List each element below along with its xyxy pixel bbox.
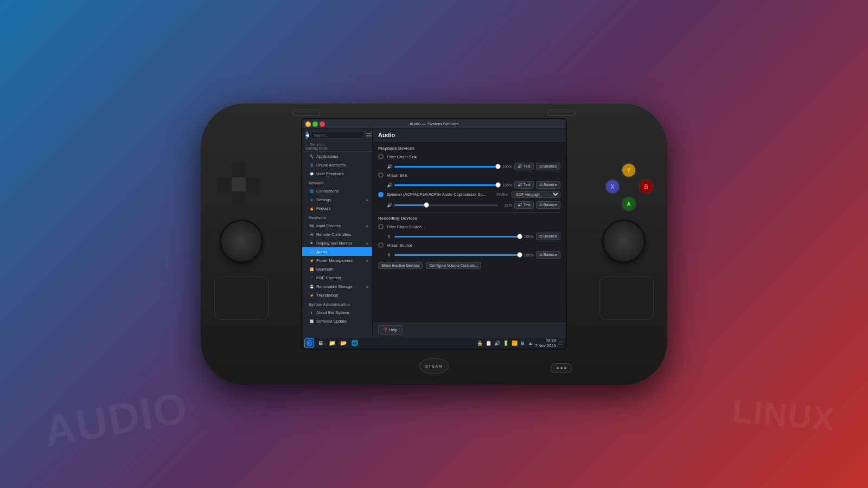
tray-volume-icon[interactable]: 🔊: [494, 341, 501, 346]
slider-virtual-sink[interactable]: [394, 184, 498, 186]
sidebar-item-applications[interactable]: 🔧 Applications: [302, 152, 372, 160]
sidebar-menu-button[interactable]: [366, 131, 372, 139]
bluetooth-icon: 📶: [309, 266, 314, 272]
sidebar-item-removable-storage[interactable]: 💾 Removable Storage ▶: [302, 282, 372, 291]
slider-row-virtual-source: 🎙 100% ⚖ Balance: [378, 251, 560, 259]
display-icon: 🖥: [309, 240, 314, 246]
configure-volume-button[interactable]: Configure Volume Controls...: [426, 262, 481, 269]
playback-section-title: Playback Devices: [378, 146, 560, 151]
radio-filter-chain-source[interactable]: [378, 224, 384, 229]
sidebar-item-settings[interactable]: ⚙ Settings ▶: [302, 195, 372, 204]
taskbar-desktop-icon[interactable]: 🖥: [316, 338, 326, 348]
test-button-virtual-sink[interactable]: 🔊 Test: [514, 181, 534, 189]
tray-battery-icon[interactable]: 🔋: [502, 341, 509, 346]
three-dots-button[interactable]: [551, 363, 572, 373]
display-arrow: ▶: [366, 241, 369, 245]
taskbar-folder-icon[interactable]: 📂: [339, 338, 348, 348]
slider-speaker[interactable]: [394, 204, 498, 206]
radio-virtual-sink[interactable]: [378, 172, 384, 178]
bottom-device-actions: Show Inactive Devices Configure Volume C…: [378, 262, 560, 269]
back-button[interactable]: ◀: [305, 131, 309, 139]
vol-icon-filter-chain-sink: 🔊: [387, 164, 392, 169]
taskbar-browser-icon[interactable]: 🌐: [350, 338, 360, 348]
steam-button[interactable]: STEAM: [419, 358, 449, 374]
taskbar: 🌀 🖥 📁 📂 🌐 🔒 📋 🔊 🔋 📶 🖥 ▲ 09:38 7: [302, 337, 566, 349]
slider-virtual-source[interactable]: [394, 254, 520, 256]
minimize-button[interactable]: [305, 121, 311, 127]
sidebar-item-display[interactable]: 🖥 Display and Monitor ▶: [302, 239, 372, 247]
sidebar-item-power[interactable]: ⚡ Power Management ▶: [302, 256, 372, 265]
show-desktop-button[interactable]: □: [558, 339, 564, 347]
shoulder-right-button[interactable]: [548, 110, 575, 116]
taskbar-kde-button[interactable]: 🌀: [304, 338, 314, 348]
help-button[interactable]: ❓ Help: [378, 325, 403, 335]
tray-monitor-icon[interactable]: 🖥: [520, 341, 526, 346]
breadcrumb[interactable]: ← Return to Gaming Mode: [302, 142, 372, 152]
profile-select[interactable]: SOF Vangogh: [512, 191, 560, 198]
sidebar-item-connections[interactable]: 🌐 Connections: [302, 187, 372, 195]
balance-button-filter-chain-source[interactable]: ⚖ Balance: [536, 233, 560, 240]
sidebar-item-remote-controllers[interactable]: 🎮 Remote Controllers: [302, 230, 372, 239]
slider-filter-chain-sink[interactable]: [394, 166, 498, 168]
slider-filter-chain-source[interactable]: [394, 236, 520, 237]
balance-button-virtual-sink[interactable]: ⚖ Balance: [536, 181, 560, 189]
steam-deck-device: Y X B A STEAM Audio — System Settings: [201, 103, 667, 385]
tray-bluetooth-icon[interactable]: 📶: [511, 341, 518, 346]
x-button[interactable]: X: [605, 179, 620, 194]
radio-filter-chain-sink[interactable]: [378, 154, 384, 159]
sidebar-item-firewall[interactable]: 🔥 Firewall: [302, 204, 372, 213]
balance-button-filter-chain-sink[interactable]: ⚖ Balance: [536, 163, 560, 170]
sidebar-item-online-accounts[interactable]: 👤 Online Accounts: [302, 160, 372, 169]
sidebar-item-bluetooth[interactable]: 📶 Bluetooth: [302, 265, 372, 273]
radio-speaker[interactable]: [378, 192, 384, 197]
software-update-icon: 🔄: [309, 318, 314, 324]
sidebar-item-audio[interactable]: 🔊 Audio: [302, 247, 372, 256]
balance-button-speaker[interactable]: ⚖ Balance: [536, 201, 560, 209]
device-name-virtual-source: Virtual Source: [387, 243, 560, 248]
sidebar-label-display: Display and Monitor: [316, 241, 352, 246]
device-name-filter-chain-sink: Filter Chain Sink: [387, 155, 560, 159]
balance-button-virtual-source[interactable]: ⚖ Balance: [536, 251, 560, 259]
about-icon: ℹ: [309, 310, 314, 315]
a-button[interactable]: A: [621, 196, 636, 211]
sidebar-label-bluetooth: Bluetooth: [316, 267, 334, 272]
vol-pct-virtual-sink: 100%: [500, 183, 512, 187]
taskbar-files-icon[interactable]: 📁: [327, 338, 337, 348]
vol-pct-speaker: 31%: [500, 203, 512, 207]
sidebar-item-user-feedback[interactable]: 💬 User Feedback: [302, 169, 372, 178]
tray-expand-icon[interactable]: ▲: [527, 341, 533, 346]
dpad[interactable]: [217, 163, 260, 206]
left-stick[interactable]: [220, 220, 263, 263]
help-icon: ❓: [383, 328, 388, 332]
sidebar-item-thunderbolt[interactable]: ⚡ Thunderbolt: [302, 291, 372, 299]
sidebar-item-input-devices[interactable]: ⌨ Input Devices ▶: [302, 221, 372, 230]
right-trackpad[interactable]: [599, 277, 654, 320]
bottom-actions: ❓ Help: [373, 323, 566, 337]
kde-desktop: Audio — System Settings ◀: [302, 119, 566, 349]
left-trackpad[interactable]: [214, 277, 269, 320]
sidebar: ◀ ← Return to Gaming Mode: [302, 129, 373, 337]
close-button[interactable]: [320, 121, 325, 127]
connections-icon: 🌐: [309, 188, 314, 194]
device-row-filter-chain-source: Filter Chain Source: [378, 224, 560, 229]
tray-clipboard-icon[interactable]: 📋: [485, 341, 492, 346]
sidebar-item-software-update[interactable]: 🔄 Software Update: [302, 317, 372, 325]
input-devices-arrow: ▶: [366, 224, 369, 228]
test-button-speaker[interactable]: 🔊 Test: [514, 201, 534, 209]
sidebar-item-kde-connect[interactable]: 📱 KDE Connect: [302, 273, 372, 282]
sidebar-item-about[interactable]: ℹ About this System: [302, 308, 372, 317]
y-button[interactable]: Y: [621, 163, 636, 178]
test-button-filter-chain-sink[interactable]: 🔊 Test: [514, 163, 534, 170]
clock[interactable]: 09:38 7 Nov 2024: [535, 338, 556, 349]
help-label: Help: [389, 328, 397, 332]
b-button[interactable]: B: [639, 179, 654, 194]
device-row-speaker: Speaker (ACP/ACP3X/ACP6x Audio Coprocess…: [378, 191, 560, 198]
maximize-button[interactable]: [312, 121, 318, 127]
shoulder-left-button[interactable]: [293, 110, 320, 116]
sidebar-label-removable-storage: Removable Storage: [316, 284, 352, 289]
show-inactive-button[interactable]: Show Inactive Devices: [378, 262, 423, 269]
search-input[interactable]: [311, 131, 364, 139]
right-stick[interactable]: [602, 220, 646, 263]
tray-lock-icon[interactable]: 🔒: [476, 341, 483, 346]
radio-virtual-source[interactable]: [378, 242, 384, 248]
